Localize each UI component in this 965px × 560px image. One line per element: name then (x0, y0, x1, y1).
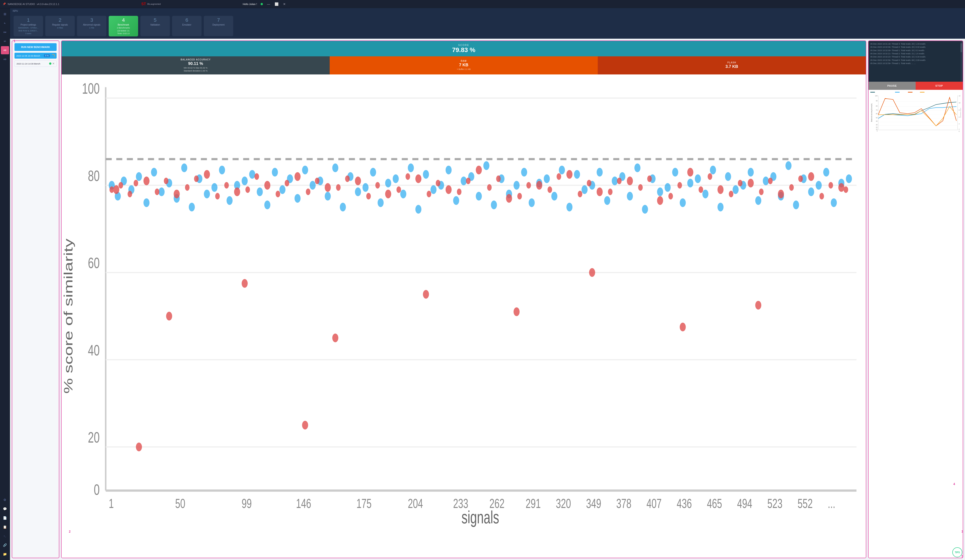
step-3-name: Abnormal signals (83, 23, 101, 26)
step-4-name: Benchmark (118, 23, 129, 26)
step-6-number: 6 (185, 18, 188, 23)
svg-text:100: 100 (82, 80, 100, 97)
svg-text:80: 80 (88, 167, 100, 168)
titlebar-left: 📌 NANOEDGE AI STUDIO v4.3.0-dev.23.12.1.… (3, 3, 59, 5)
main-content: ISPU 1 Project settings ISM330ISN - STMi… (10, 8, 290, 168)
score-header: SCORE 79.83 % (62, 41, 290, 56)
sidebar-item-ad1[interactable]: AD (1, 46, 9, 54)
benchmark-1-pct: 5 % (44, 54, 50, 57)
step-7-name: Deployment (213, 23, 224, 26)
sidebar-item-il[interactable]: IL (1, 19, 9, 27)
user-label: Hello Julian ! (243, 3, 257, 5)
step-5[interactable]: 5 Validation (141, 16, 170, 36)
metrics-row: BALANCED ACCURACY 90.11 % Min 83.62 % Ma… (62, 56, 290, 74)
sidebar-item-ad2[interactable]: AD (1, 55, 9, 64)
step-6-name: Emulator (182, 23, 191, 26)
balanced-accuracy-sub: Min 83.62 % Max 94.32 %Standard deviatio… (184, 67, 208, 72)
step-3[interactable]: 3 Abnormal signals 1 File (77, 16, 106, 36)
step-2-name: Regular signals (52, 23, 68, 26)
sidebar: ⊞ IL DM SF AD AD ⚙ 💬 📄 📋 >_ 🔗 📁 (0, 8, 10, 168)
benchmark-1-name: 2023-12-05 10:30-Bench (16, 54, 40, 57)
score-label: SCORE (64, 44, 290, 46)
step-2[interactable]: 2 Regular signals 4 Files (45, 16, 75, 36)
run-benchmark-button[interactable]: RUN NEW BENCHMARK (15, 43, 57, 51)
scatter-chart-area: % score of similarity 100 80 60 40 20 0 (62, 74, 290, 168)
balanced-accuracy-label: BALANCED ACCURACY (181, 59, 211, 61)
metric-balanced-accuracy: BALANCED ACCURACY 90.11 % Min 83.62 % Ma… (62, 56, 290, 74)
logo-subtitle: life.augmented (147, 3, 161, 5)
app-version: v4.3.0-dev.23.12.1.1 (37, 3, 59, 5)
benchmark-item-2[interactable]: 2023-11-24 14:30-Bench ✕ (15, 60, 57, 67)
titlebar-right: Hello Julian ! — ⬜ ✕ (243, 2, 287, 7)
close-button[interactable]: ✕ (282, 2, 287, 7)
step-1[interactable]: 1 Project settings ISM330ISN - STMicr...… (13, 16, 43, 36)
step-7[interactable]: 7 Deployment (204, 16, 233, 36)
step-4-detail: 2 BenchmarksLib tested: 21Time: 0:02:13 (117, 26, 130, 35)
steps-bar: 1 Project settings ISM330ISN - STMicr...… (10, 13, 290, 39)
section-label-1: 1 (13, 39, 15, 43)
breadcrumb-label: ISPU (13, 10, 18, 12)
titlebar-center: ST life.augmented (141, 2, 161, 6)
step-1-name: Project settings (21, 23, 36, 26)
benchmark-2-name: 2023-11-24 14:30-Bench (16, 62, 40, 65)
step-4[interactable]: 4 Benchmark 2 BenchmarksLib tested: 21Ti… (109, 16, 138, 36)
benchmark-1-spinner (52, 54, 55, 57)
sidebar-item-dm[interactable]: DM (1, 28, 9, 36)
benchmark-2-status (49, 62, 51, 65)
pin-icon: 📌 (3, 3, 6, 5)
online-indicator (261, 3, 263, 5)
sidebar-item-home[interactable]: ⊞ (1, 10, 9, 18)
breadcrumb: ISPU (10, 8, 290, 13)
app-name: NANOEDGE AI STUDIO (8, 3, 35, 5)
step-1-detail: ISM330ISN - STMicr...8KB RAM & 20KB F...… (18, 26, 39, 35)
center-panel: SCORE 79.83 % BALANCED ACCURACY 90.11 % … (61, 41, 290, 168)
step-3-number: 3 (90, 18, 93, 23)
step-2-number: 2 (59, 18, 61, 23)
svg-point-50 (219, 166, 225, 168)
benchmark-item-1[interactable]: 2023-12-05 10:30-Bench 5 % (15, 53, 57, 59)
maximize-button[interactable]: ⬜ (273, 2, 280, 7)
balanced-accuracy-value: 90.11 % (188, 61, 203, 66)
score-value: 79.83 % (64, 46, 290, 54)
sidebar-item-sf[interactable]: SF (1, 37, 9, 45)
left-panel: 1 RUN NEW BENCHMARK 2023-12-05 10:30-Ben… (12, 41, 59, 168)
titlebar: 📌 NANOEDGE AI STUDIO v4.3.0-dev.23.12.1.… (0, 0, 290, 8)
step-6[interactable]: 6 Emulator (172, 16, 201, 36)
panels: 1 RUN NEW BENCHMARK 2023-12-05 10:30-Ben… (10, 39, 290, 168)
step-4-number: 4 (122, 18, 125, 23)
step-7-number: 7 (217, 18, 220, 23)
minimize-button[interactable]: — (266, 2, 272, 7)
step-1-number: 1 (27, 18, 29, 23)
step-5-number: 5 (154, 18, 157, 23)
step-5-name: Validation (150, 23, 160, 26)
window-controls: — ⬜ ✕ (266, 2, 287, 7)
svg-point-45 (181, 163, 187, 168)
step-3-detail: 1 File (89, 26, 94, 29)
step-2-detail: 4 Files (57, 26, 63, 29)
scatter-chart-svg: % score of similarity 100 80 60 40 20 0 (64, 76, 290, 168)
logo-text: ST (141, 2, 146, 6)
benchmark-2-close[interactable]: ✕ (52, 62, 54, 65)
